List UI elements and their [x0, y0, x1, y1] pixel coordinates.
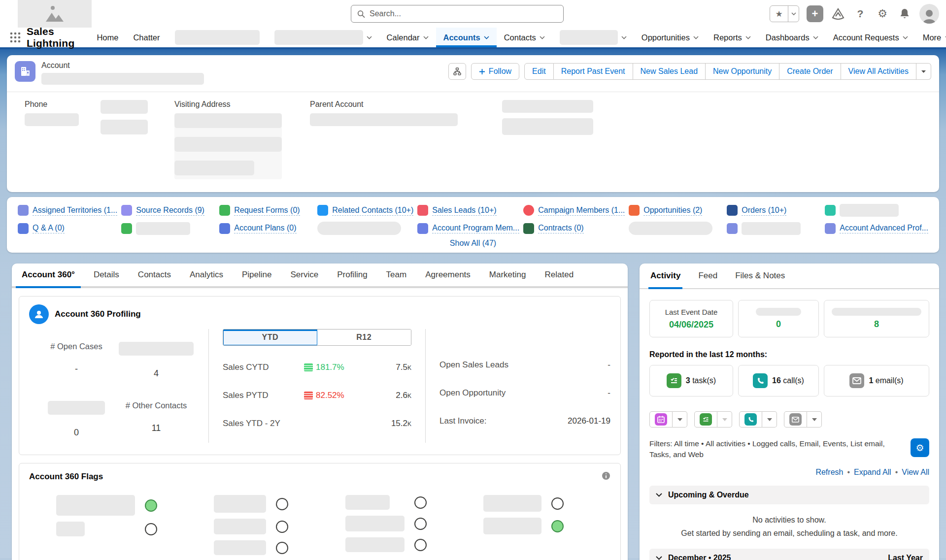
tab-pipeline[interactable]: Pipeline [242, 264, 272, 286]
tab-agreements[interactable]: Agreements [425, 264, 471, 286]
info-icon[interactable] [602, 471, 610, 482]
help-icon[interactable]: ? [853, 5, 868, 22]
log-call-button[interactable] [739, 411, 762, 428]
nav-tab-opportunities[interactable]: Opportunities [634, 28, 706, 47]
email-dropdown[interactable] [807, 411, 822, 428]
sales-cytd-pct: 181.7% [316, 362, 344, 372]
nav-tab-accounts[interactable]: Accounts [436, 28, 497, 47]
company-logo [18, 0, 92, 28]
new-opportunity-button[interactable]: New Opportunity [706, 63, 779, 80]
quick-link-related-contacts[interactable]: Related Contacts (10+) [317, 204, 413, 217]
email-button[interactable] [784, 411, 807, 428]
view-all-activities-button[interactable]: View All Activities [841, 63, 916, 80]
favorites-button[interactable]: ★ [770, 5, 799, 22]
advanced-profile-icon [825, 223, 836, 234]
edit-button[interactable]: Edit [524, 63, 554, 80]
nav-tab-calendar[interactable]: Calendar [379, 28, 436, 47]
notifications-bell-icon[interactable] [897, 5, 912, 22]
star-icon[interactable]: ★ [770, 6, 788, 22]
quick-link-sales-leads[interactable]: Sales Leads (10+) [417, 204, 519, 217]
nav-tab-dashboards[interactable]: Dashboards [758, 28, 826, 47]
quick-link-redacted[interactable] [629, 222, 723, 235]
quick-link-redacted[interactable] [121, 222, 215, 235]
new-sales-lead-button[interactable]: New Sales Lead [633, 63, 706, 80]
quick-link-redacted[interactable] [727, 222, 821, 235]
new-event-dropdown[interactable] [673, 411, 687, 428]
setup-gear-icon[interactable]: ⚙ [875, 5, 890, 22]
quick-link-orders[interactable]: Orders (10+) [727, 204, 821, 217]
new-task-button[interactable] [694, 411, 717, 428]
activity-settings-gear-button[interactable]: ⚙ [911, 438, 929, 457]
quick-link-account-plans[interactable]: Account Plans (0) [219, 222, 313, 235]
tab-details[interactable]: Details [94, 264, 119, 286]
tab-activity[interactable]: Activity [650, 264, 680, 288]
view-all-link[interactable]: View All [902, 468, 929, 476]
app-name: Sales Lightning [27, 28, 74, 47]
nav-tab-contacts[interactable]: Contacts [497, 28, 552, 47]
nav-tab-redacted-2[interactable] [267, 28, 379, 47]
nav-tab-redacted-3[interactable] [552, 28, 634, 47]
new-task-dropdown[interactable] [717, 411, 732, 428]
more-actions-dropdown[interactable] [916, 63, 931, 80]
new-event-button[interactable] [649, 411, 673, 428]
metric-box-redacted: 8 [824, 300, 929, 337]
toggle-r12[interactable]: R12 [317, 329, 411, 345]
tab-feed[interactable]: Feed [698, 264, 717, 288]
tab-contacts[interactable]: Contacts [138, 264, 171, 286]
address-line-redacted [174, 137, 282, 152]
account-hierarchy-button[interactable] [448, 63, 466, 80]
redacted-value [101, 100, 148, 114]
nav-tab-reports[interactable]: Reports [706, 28, 758, 47]
caret-down-icon [677, 418, 682, 421]
profiling-user-icon [29, 304, 49, 324]
create-order-button[interactable]: Create Order [779, 63, 841, 80]
follow-button[interactable]: Follow [471, 63, 519, 80]
nav-tab-home[interactable]: Home [89, 28, 126, 47]
account-plans-icon [219, 223, 230, 234]
nav-tab-chatter[interactable]: Chatter [126, 28, 167, 47]
tab-files-notes[interactable]: Files & Notes [735, 264, 785, 288]
quick-link-request-forms[interactable]: Request Forms (0) [219, 204, 313, 217]
tab-analytics[interactable]: Analytics [190, 264, 223, 286]
quick-link-account-advanced-profile[interactable]: Account Advanced Prof... [825, 222, 928, 235]
refresh-link[interactable]: Refresh [815, 468, 843, 476]
quick-link-campaign-members[interactable]: Campaign Members (1... [523, 204, 625, 217]
global-actions-button[interactable]: + [807, 5, 823, 22]
tab-team[interactable]: Team [386, 264, 407, 286]
quick-link-opportunities[interactable]: Opportunities (2) [629, 204, 723, 217]
hierarchy-icon [453, 67, 461, 75]
tab-profiling[interactable]: Profiling [337, 264, 367, 286]
quick-link-q-and-a[interactable]: Q & A (0) [18, 222, 117, 235]
nav-tab-more[interactable]: More [915, 28, 946, 47]
trailhead-icon[interactable] [831, 5, 845, 22]
caret-down-icon [722, 418, 727, 421]
flag-status-dot [551, 497, 564, 510]
quick-link-assigned-territories[interactable]: Assigned Territories (1... [18, 204, 117, 217]
log-call-dropdown[interactable] [762, 411, 777, 428]
tab-related[interactable]: Related [544, 264, 574, 286]
quick-link-redacted[interactable] [825, 204, 928, 217]
task-icon [700, 413, 712, 426]
toggle-ytd[interactable]: YTD [223, 329, 317, 345]
tab-service[interactable]: Service [290, 264, 318, 286]
emails-reported-box: 1 email(s) [824, 365, 929, 396]
show-all-link[interactable]: Show All (47) [18, 239, 928, 248]
nav-tab-redacted-1[interactable] [168, 28, 267, 47]
global-search[interactable] [351, 5, 564, 23]
chevron-down-icon [791, 12, 796, 15]
app-launcher-icon[interactable] [10, 28, 21, 47]
quick-link-contracts[interactable]: Contracts (0) [523, 222, 625, 235]
search-input[interactable] [370, 9, 557, 18]
expand-all-link[interactable]: Expand All [854, 468, 891, 476]
quick-link-source-records[interactable]: Source Records (9) [121, 204, 215, 217]
nav-tab-account-requests[interactable]: Account Requests [826, 28, 915, 47]
report-past-event-button[interactable]: Report Past Event [554, 63, 633, 80]
tab-marketing[interactable]: Marketing [489, 264, 526, 286]
december-2025-header[interactable]: December • 2025 Last Year [649, 549, 929, 560]
quick-link-redacted[interactable] [317, 222, 413, 235]
upcoming-overdue-header[interactable]: Upcoming & Overdue [649, 486, 929, 504]
favorites-dropdown[interactable] [788, 6, 799, 22]
tab-account-360[interactable]: Account 360° [22, 264, 75, 286]
user-avatar[interactable] [919, 4, 939, 24]
quick-link-account-program-members[interactable]: Account Program Mem... [417, 222, 519, 235]
